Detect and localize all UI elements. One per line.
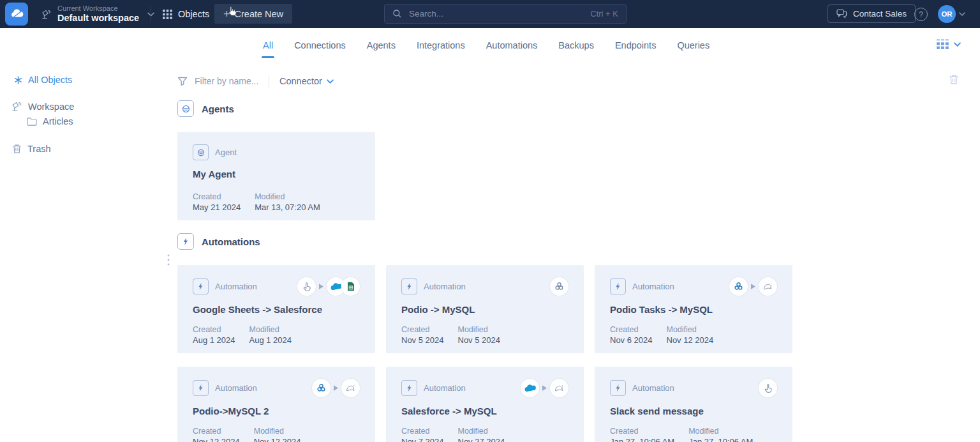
asterisk-icon: [14, 76, 22, 84]
card-title: Podio -> MySQL: [401, 304, 568, 315]
sidebar-item-label: Workspace: [28, 102, 74, 112]
manual-trigger-icon: [297, 277, 316, 296]
agent-card[interactable]: AgentMy AgentCreatedMay 21 2024ModifiedM…: [177, 132, 375, 220]
tab-integrations[interactable]: Integrations: [417, 28, 465, 63]
card-title: Salesforce -> MySQL: [401, 406, 568, 416]
search-shortcut: Ctrl + K: [590, 9, 618, 19]
tab-queries[interactable]: Queries: [677, 28, 709, 63]
automations-section-header: Automations: [177, 233, 260, 250]
app-window: Current Workspace Default workspace Obje…: [0, 0, 980, 442]
automation-card[interactable]: AutomationPodio -> MySQLCreatedNov 5 202…: [386, 265, 584, 353]
view-switcher-chevron-icon: [954, 42, 961, 47]
card-connector-icons: [759, 379, 777, 397]
modified-label: Modified: [255, 192, 320, 201]
modified-label: Modified: [667, 325, 714, 334]
workspace-selector[interactable]: Current Workspace Default workspace: [41, 0, 154, 28]
modified-value: Aug 1 2024: [249, 335, 292, 345]
created-value: Nov 5 2024: [401, 335, 444, 345]
card-dates: CreatedJan 27, 10:06 AMModifiedJan 27, 1…: [610, 427, 753, 442]
sidebar-item-label: All Objects: [28, 75, 72, 85]
automation-type-icon: [610, 278, 626, 294]
automation-card[interactable]: AutomationPodio Tasks -> MySQLCreatedNov…: [595, 265, 792, 353]
flow-arrow-icon: [542, 385, 547, 391]
card-header: Automation: [193, 277, 360, 296]
grid-icon: [163, 10, 172, 19]
automation-type-icon: [401, 278, 417, 294]
card-connector-icons: [312, 379, 360, 397]
folder-icon: [27, 118, 37, 126]
global-search: Ctrl + K: [384, 4, 627, 24]
automation-card[interactable]: AutomationPodio->MySQL 2CreatedNov 12 20…: [177, 367, 375, 442]
search-input[interactable]: [408, 8, 584, 19]
header-divider: [151, 6, 151, 22]
sidebar-item-articles[interactable]: Articles: [27, 116, 73, 126]
card-type-label: Agent: [215, 148, 237, 157]
card-header: Automation: [401, 277, 568, 296]
card-type-label: Automation: [632, 383, 674, 393]
sidebar-item-trash[interactable]: Trash: [12, 144, 51, 154]
sidebar-item-all-objects[interactable]: All Objects: [14, 75, 72, 85]
create-new-label: Create New: [235, 9, 284, 19]
flow-arrow-icon: [334, 385, 338, 391]
automations-section-title: Automations: [202, 236, 260, 247]
created-value: May 21 2024: [193, 202, 241, 212]
modified-value: Nov 12 2024: [254, 437, 301, 442]
connector-filter-dropdown[interactable]: Connector: [279, 76, 334, 86]
tab-endpoints[interactable]: Endpoints: [615, 28, 657, 63]
filter-by-name-input[interactable]: [193, 75, 265, 87]
modified-value: Nov 5 2024: [458, 335, 501, 345]
card-header: Automation: [610, 379, 777, 397]
card-dates: CreatedNov 7 2024ModifiedNov 27 2024: [401, 427, 505, 442]
user-menu-chevron-icon[interactable]: [959, 12, 965, 16]
question-mark-icon: ?: [919, 10, 923, 19]
drag-handle-icon[interactable]: [167, 254, 170, 266]
automation-type-icon: [193, 278, 209, 294]
created-label: Created: [401, 427, 444, 436]
avatar-initials: OR: [941, 10, 952, 18]
contact-sales-button[interactable]: Contact Sales: [828, 4, 916, 23]
created-label: Created: [193, 427, 240, 436]
create-new-button[interactable]: + Create New: [214, 4, 292, 24]
created-label: Created: [193, 325, 235, 334]
objects-button[interactable]: Objects: [163, 0, 209, 28]
agents-section-header: Agents: [177, 100, 234, 117]
modified-value: Nov 27 2024: [458, 437, 505, 442]
modified-label: Modified: [254, 427, 301, 436]
card-dates: CreatedNov 5 2024ModifiedNov 5 2024: [401, 325, 500, 345]
modified-value: Nov 12 2024: [667, 335, 714, 345]
card-connector-icons: [521, 379, 568, 397]
tabs-container: AllConnectionsAgentsIntegrationsAutomati…: [263, 28, 709, 63]
card-type-label: Automation: [424, 383, 466, 393]
delete-selected-button[interactable]: [949, 74, 959, 85]
sidebar-item-workspace[interactable]: Workspace: [11, 101, 74, 112]
contact-sales-label: Contact Sales: [853, 9, 907, 19]
card-header: Automation: [401, 379, 568, 397]
card-header: Automation: [610, 277, 777, 296]
automation-card[interactable]: AutomationGoogle Sheets -> SalesforceCre…: [177, 265, 375, 353]
automation-card[interactable]: AutomationSlack send messageCreatedJan 2…: [595, 367, 792, 442]
tab-agents[interactable]: Agents: [367, 28, 396, 63]
card-header: Agent: [193, 144, 360, 160]
card-type-label: Automation: [632, 282, 674, 291]
podio-icon: [312, 379, 330, 397]
modified-value: Mar 13, 07:20 AM: [255, 202, 320, 212]
tab-connections[interactable]: Connections: [294, 28, 346, 63]
app-logo[interactable]: [5, 3, 28, 26]
automations-card-grid: AutomationGoogle Sheets -> SalesforceCre…: [177, 265, 792, 442]
help-button[interactable]: ?: [914, 8, 928, 21]
automation-card[interactable]: AutomationSalesforce -> MySQLCreatedNov …: [386, 367, 584, 442]
view-switcher[interactable]: [937, 39, 961, 50]
salesforce-icon: [521, 379, 539, 397]
flow-arrow-icon: [751, 284, 755, 289]
created-label: Created: [401, 325, 444, 334]
tab-all[interactable]: All: [263, 28, 273, 63]
tab-automations[interactable]: Automations: [486, 28, 538, 63]
workspace-selector-label: Current Workspace: [57, 4, 139, 13]
card-dates: CreatedNov 12 2024ModifiedNov 12 2024: [193, 427, 301, 442]
agent-type-icon: [193, 144, 209, 160]
search-icon: [392, 9, 402, 19]
user-avatar[interactable]: OR: [938, 5, 956, 23]
tab-backups[interactable]: Backups: [558, 28, 594, 63]
filter-bar: Connector: [177, 72, 334, 90]
objects-button-label: Objects: [178, 9, 209, 19]
